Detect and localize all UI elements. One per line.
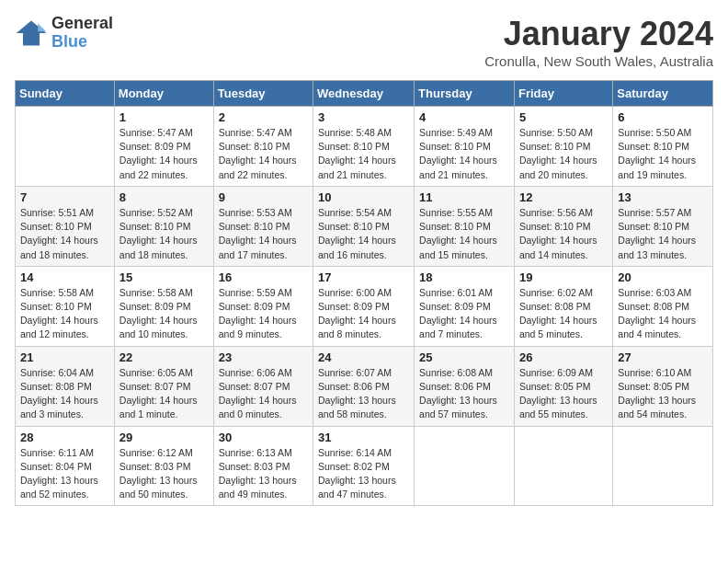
calendar-day-cell: 19Sunrise: 6:02 AM Sunset: 8:08 PM Dayli… — [514, 266, 612, 346]
day-info: Sunrise: 6:00 AM Sunset: 8:09 PM Dayligh… — [318, 286, 409, 342]
day-number: 4 — [419, 110, 509, 124]
calendar-week-row: 14Sunrise: 5:58 AM Sunset: 8:10 PM Dayli… — [16, 266, 713, 346]
calendar-table: SundayMondayTuesdayWednesdayThursdayFrid… — [15, 80, 713, 506]
day-number: 15 — [119, 270, 209, 284]
day-info: Sunrise: 5:56 AM Sunset: 8:10 PM Dayligh… — [519, 206, 608, 262]
weekday-header-cell: Monday — [114, 81, 213, 107]
weekday-header-cell: Wednesday — [313, 81, 415, 107]
calendar-day-cell: 12Sunrise: 5:56 AM Sunset: 8:10 PM Dayli… — [514, 186, 612, 266]
day-info: Sunrise: 5:48 AM Sunset: 8:10 PM Dayligh… — [318, 126, 409, 182]
calendar-day-cell: 21Sunrise: 6:04 AM Sunset: 8:08 PM Dayli… — [16, 346, 115, 426]
logo-icon — [15, 17, 48, 50]
day-info: Sunrise: 5:59 AM Sunset: 8:09 PM Dayligh… — [219, 286, 308, 342]
calendar-day-cell — [415, 426, 515, 506]
calendar-day-cell: 31Sunrise: 6:14 AM Sunset: 8:02 PM Dayli… — [313, 426, 415, 506]
day-info: Sunrise: 5:55 AM Sunset: 8:10 PM Dayligh… — [419, 206, 509, 262]
calendar-day-cell: 8Sunrise: 5:52 AM Sunset: 8:10 PM Daylig… — [114, 186, 213, 266]
day-info: Sunrise: 6:02 AM Sunset: 8:08 PM Dayligh… — [519, 286, 608, 342]
calendar-day-cell: 1Sunrise: 5:47 AM Sunset: 8:09 PM Daylig… — [114, 107, 213, 187]
calendar-day-cell: 27Sunrise: 6:10 AM Sunset: 8:05 PM Dayli… — [613, 346, 713, 426]
day-info: Sunrise: 5:47 AM Sunset: 8:09 PM Dayligh… — [119, 126, 209, 182]
calendar-day-cell: 9Sunrise: 5:53 AM Sunset: 8:10 PM Daylig… — [213, 186, 313, 266]
calendar-day-cell: 7Sunrise: 5:51 AM Sunset: 8:10 PM Daylig… — [16, 186, 115, 266]
calendar-week-row: 1Sunrise: 5:47 AM Sunset: 8:09 PM Daylig… — [16, 107, 713, 187]
day-info: Sunrise: 5:54 AM Sunset: 8:10 PM Dayligh… — [318, 206, 409, 262]
calendar-day-cell: 25Sunrise: 6:08 AM Sunset: 8:06 PM Dayli… — [415, 346, 515, 426]
calendar-week-row: 28Sunrise: 6:11 AM Sunset: 8:04 PM Dayli… — [16, 426, 713, 506]
weekday-header-cell: Friday — [514, 81, 612, 107]
day-info: Sunrise: 6:09 AM Sunset: 8:05 PM Dayligh… — [519, 366, 608, 422]
day-info: Sunrise: 5:57 AM Sunset: 8:10 PM Dayligh… — [618, 206, 708, 262]
calendar-day-cell: 13Sunrise: 5:57 AM Sunset: 8:10 PM Dayli… — [613, 186, 713, 266]
logo-line1: General — [51, 15, 113, 33]
day-info: Sunrise: 6:14 AM Sunset: 8:02 PM Dayligh… — [318, 446, 409, 502]
day-number: 23 — [219, 350, 308, 364]
day-number: 13 — [618, 190, 708, 204]
day-info: Sunrise: 6:07 AM Sunset: 8:06 PM Dayligh… — [318, 366, 409, 422]
day-number: 22 — [119, 350, 209, 364]
calendar-body: 1Sunrise: 5:47 AM Sunset: 8:09 PM Daylig… — [16, 107, 713, 506]
title-block: January 2024 Cronulla, New South Wales, … — [484, 15, 713, 69]
day-number: 12 — [519, 190, 608, 204]
calendar-day-cell: 30Sunrise: 6:13 AM Sunset: 8:03 PM Dayli… — [213, 426, 313, 506]
day-number: 5 — [519, 110, 608, 124]
calendar-day-cell — [16, 107, 115, 187]
day-info: Sunrise: 5:47 AM Sunset: 8:10 PM Dayligh… — [219, 126, 308, 182]
day-number: 7 — [20, 190, 109, 204]
calendar-day-cell — [613, 426, 713, 506]
day-number: 3 — [318, 110, 409, 124]
logo-line2: Blue — [51, 33, 113, 52]
day-number: 11 — [419, 190, 509, 204]
calendar-day-cell: 28Sunrise: 6:11 AM Sunset: 8:04 PM Dayli… — [16, 426, 115, 506]
day-info: Sunrise: 6:13 AM Sunset: 8:03 PM Dayligh… — [219, 446, 308, 502]
logo-text: General Blue — [51, 15, 113, 52]
day-number: 19 — [519, 270, 608, 284]
calendar-day-cell: 4Sunrise: 5:49 AM Sunset: 8:10 PM Daylig… — [415, 107, 515, 187]
calendar-day-cell: 17Sunrise: 6:00 AM Sunset: 8:09 PM Dayli… — [313, 266, 415, 346]
day-number: 26 — [519, 350, 608, 364]
day-number: 2 — [219, 110, 308, 124]
day-info: Sunrise: 6:04 AM Sunset: 8:08 PM Dayligh… — [20, 366, 109, 422]
day-info: Sunrise: 5:50 AM Sunset: 8:10 PM Dayligh… — [519, 126, 608, 182]
calendar-week-row: 7Sunrise: 5:51 AM Sunset: 8:10 PM Daylig… — [16, 186, 713, 266]
day-info: Sunrise: 6:03 AM Sunset: 8:08 PM Dayligh… — [618, 286, 708, 342]
day-info: Sunrise: 6:10 AM Sunset: 8:05 PM Dayligh… — [618, 366, 708, 422]
day-info: Sunrise: 6:11 AM Sunset: 8:04 PM Dayligh… — [20, 446, 109, 502]
calendar-week-row: 21Sunrise: 6:04 AM Sunset: 8:08 PM Dayli… — [16, 346, 713, 426]
day-number: 16 — [219, 270, 308, 284]
day-number: 30 — [219, 431, 308, 444]
day-info: Sunrise: 5:52 AM Sunset: 8:10 PM Dayligh… — [119, 206, 209, 262]
calendar-day-cell: 26Sunrise: 6:09 AM Sunset: 8:05 PM Dayli… — [514, 346, 612, 426]
day-number: 8 — [119, 190, 209, 204]
day-info: Sunrise: 6:01 AM Sunset: 8:09 PM Dayligh… — [419, 286, 509, 342]
calendar-day-cell: 23Sunrise: 6:06 AM Sunset: 8:07 PM Dayli… — [213, 346, 313, 426]
calendar-day-cell: 22Sunrise: 6:05 AM Sunset: 8:07 PM Dayli… — [114, 346, 213, 426]
calendar-day-cell: 20Sunrise: 6:03 AM Sunset: 8:08 PM Dayli… — [613, 266, 713, 346]
weekday-header-cell: Saturday — [613, 81, 713, 107]
day-number: 28 — [20, 431, 109, 444]
day-info: Sunrise: 5:50 AM Sunset: 8:10 PM Dayligh… — [618, 126, 708, 182]
logo: General Blue — [15, 15, 113, 52]
day-number: 10 — [318, 190, 409, 204]
day-info: Sunrise: 6:08 AM Sunset: 8:06 PM Dayligh… — [419, 366, 509, 422]
day-info: Sunrise: 6:12 AM Sunset: 8:03 PM Dayligh… — [119, 446, 209, 502]
weekday-header-cell: Thursday — [415, 81, 515, 107]
calendar-day-cell: 11Sunrise: 5:55 AM Sunset: 8:10 PM Dayli… — [415, 186, 515, 266]
day-info: Sunrise: 5:49 AM Sunset: 8:10 PM Dayligh… — [419, 126, 509, 182]
day-number: 17 — [318, 270, 409, 284]
calendar-day-cell: 6Sunrise: 5:50 AM Sunset: 8:10 PM Daylig… — [613, 107, 713, 187]
day-info: Sunrise: 5:58 AM Sunset: 8:10 PM Dayligh… — [20, 286, 109, 342]
weekday-header-row: SundayMondayTuesdayWednesdayThursdayFrid… — [16, 81, 713, 107]
calendar-day-cell: 16Sunrise: 5:59 AM Sunset: 8:09 PM Dayli… — [213, 266, 313, 346]
day-number: 31 — [318, 431, 409, 444]
day-number: 27 — [618, 350, 708, 364]
day-number: 20 — [618, 270, 708, 284]
day-info: Sunrise: 5:58 AM Sunset: 8:09 PM Dayligh… — [119, 286, 209, 342]
calendar-day-cell — [514, 426, 612, 506]
day-number: 9 — [219, 190, 308, 204]
calendar-day-cell: 24Sunrise: 6:07 AM Sunset: 8:06 PM Dayli… — [313, 346, 415, 426]
day-number: 24 — [318, 350, 409, 364]
page-header: General Blue January 2024 Cronulla, New … — [15, 15, 713, 69]
day-number: 6 — [618, 110, 708, 124]
day-number: 21 — [20, 350, 109, 364]
